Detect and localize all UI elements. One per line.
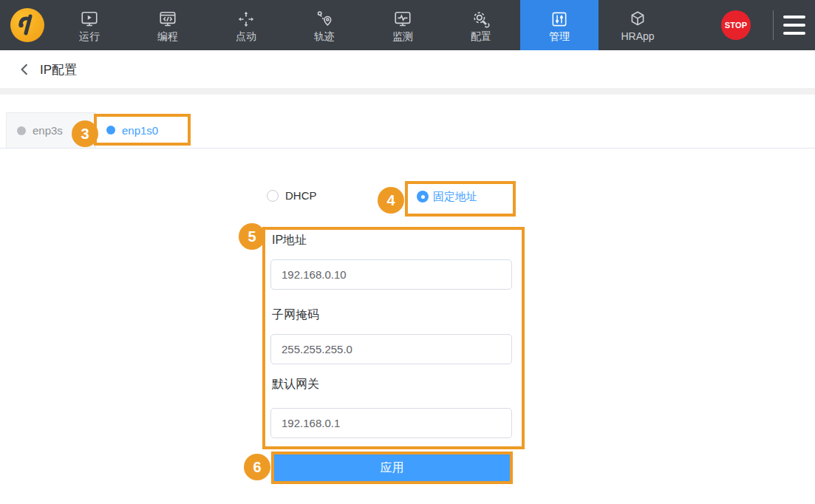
nav-item-trajectory[interactable]: 轨迹 [285, 0, 364, 50]
back-button[interactable] [19, 63, 33, 78]
ip-address-label: IP地址 [272, 233, 307, 248]
nav-item-config[interactable]: 配置 [442, 0, 520, 50]
hamburger-icon [783, 16, 805, 18]
nav-item-program[interactable]: 编程 [129, 0, 207, 50]
nav-item-hrapp[interactable]: HRApp [599, 0, 677, 50]
annotation-step-5: 5 [239, 223, 265, 250]
move-arrows-icon [236, 10, 256, 29]
stop-button[interactable]: STOP [721, 10, 751, 40]
nav-item-label: 监测 [392, 31, 413, 42]
stop-button-label: STOP [725, 21, 748, 30]
dhcp-radio-label[interactable]: DHCP [285, 189, 317, 202]
subnet-mask-label: 子网掩码 [272, 307, 319, 323]
status-dot-gray-icon [17, 126, 26, 135]
app-logo [10, 8, 44, 42]
chevron-left-icon [19, 63, 30, 76]
nav-item-label: 点动 [236, 31, 256, 42]
robot-logo-icon [10, 8, 44, 42]
tab-label: enp3s [33, 124, 63, 137]
tab-enp1s0[interactable]: enp1s0 [96, 112, 190, 148]
header-separator [0, 88, 815, 95]
status-dot-blue-icon [106, 126, 115, 134]
trajectory-icon [315, 10, 334, 29]
nav-item-jog[interactable]: 点动 [207, 0, 285, 50]
annotation-step-6: 6 [244, 454, 270, 480]
page-title: IP配置 [40, 61, 77, 78]
ip-address-input[interactable] [270, 259, 512, 290]
nav-item-label: 轨迹 [314, 31, 335, 42]
app-window: 运行 编程 [0, 0, 815, 504]
gear-wrench-icon [471, 10, 491, 29]
monitor-pulse-icon [393, 10, 412, 29]
nav-item-manage[interactable]: 管理 [520, 0, 599, 50]
main-nav: 运行 编程 [50, 0, 677, 50]
nav-item-label: 编程 [157, 31, 178, 42]
menu-button[interactable] [783, 16, 805, 35]
fixed-address-radio[interactable] [417, 191, 429, 202]
tab-enp3s[interactable]: enp3s [6, 112, 96, 148]
top-navigation-bar: 运行 编程 [0, 0, 815, 50]
fixed-address-radio-label[interactable]: 固定地址 [433, 190, 477, 204]
dhcp-radio[interactable] [267, 190, 279, 202]
nav-item-monitor[interactable]: 监测 [364, 0, 442, 50]
apply-button[interactable]: 应用 [274, 454, 510, 481]
tab-label: enp1s0 [122, 124, 158, 137]
topbar-divider [773, 10, 774, 40]
monitor-code-icon [158, 10, 177, 29]
sliders-icon [550, 10, 569, 29]
nav-item-label: 管理 [549, 31, 570, 42]
annotation-step-4: 4 [378, 187, 404, 214]
nav-item-run[interactable]: 运行 [50, 0, 129, 50]
cube-icon [628, 10, 647, 29]
gateway-input[interactable] [270, 408, 512, 438]
nav-item-label: 运行 [79, 31, 100, 42]
subnet-mask-input[interactable] [270, 334, 512, 364]
tab-strip-border [0, 148, 815, 149]
monitor-play-icon [80, 10, 99, 29]
nav-item-label: 配置 [471, 31, 491, 42]
gateway-label: 默认网关 [272, 377, 319, 392]
nav-item-label: HRApp [621, 31, 654, 42]
